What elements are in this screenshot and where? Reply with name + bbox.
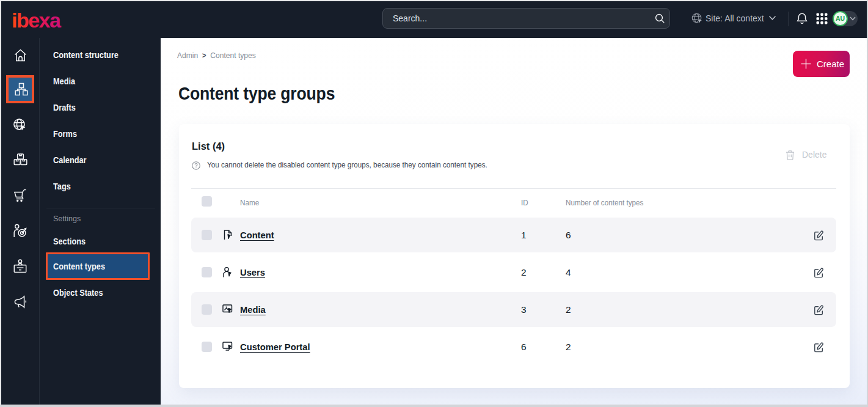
svg-text:ibexa: ibexa <box>12 9 62 32</box>
